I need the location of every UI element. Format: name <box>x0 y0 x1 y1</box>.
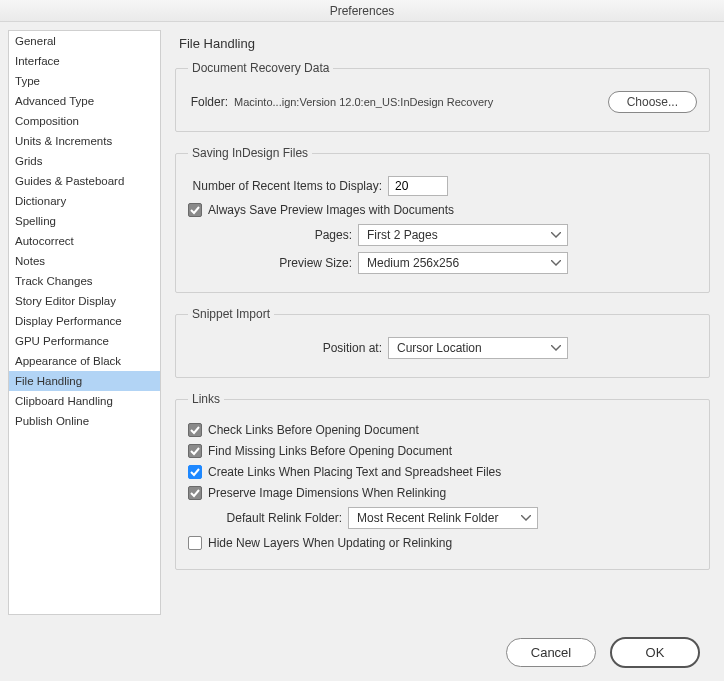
always-save-preview-checkbox[interactable] <box>188 203 202 217</box>
default-relink-label: Default Relink Folder: <box>208 511 348 525</box>
sidebar-item-display-performance[interactable]: Display Performance <box>9 311 160 331</box>
position-at-label: Position at: <box>188 341 388 355</box>
find-missing-links-label: Find Missing Links Before Opening Docume… <box>208 444 452 458</box>
sidebar-item-file-handling[interactable]: File Handling <box>9 371 160 391</box>
dialog-footer: Cancel OK <box>0 623 724 681</box>
chevron-down-icon <box>551 345 561 351</box>
hide-new-layers-checkbox[interactable] <box>188 536 202 550</box>
check-links-label: Check Links Before Opening Document <box>208 423 419 437</box>
group-snippet: Snippet Import Position at: Cursor Locat… <box>175 307 710 378</box>
sidebar-item-interface[interactable]: Interface <box>9 51 160 71</box>
sidebar-item-general[interactable]: General <box>9 31 160 51</box>
sidebar-item-dictionary[interactable]: Dictionary <box>9 191 160 211</box>
always-save-preview-label: Always Save Preview Images with Document… <box>208 203 454 217</box>
hide-new-layers-label: Hide New Layers When Updating or Relinki… <box>208 536 452 550</box>
sidebar-item-autocorrect[interactable]: Autocorrect <box>9 231 160 251</box>
create-links-label: Create Links When Placing Text and Sprea… <box>208 465 501 479</box>
preserve-dimensions-checkbox[interactable] <box>188 486 202 500</box>
chevron-down-icon <box>551 260 561 266</box>
sidebar-item-clipboard-handling[interactable]: Clipboard Handling <box>9 391 160 411</box>
recent-items-input[interactable] <box>388 176 448 196</box>
sidebar-item-publish-online[interactable]: Publish Online <box>9 411 160 431</box>
sidebar-item-appearance-of-black[interactable]: Appearance of Black <box>9 351 160 371</box>
group-links: Links Check Links Before Opening Documen… <box>175 392 710 570</box>
pages-select[interactable]: First 2 Pages <box>358 224 568 246</box>
sidebar-item-story-editor-display[interactable]: Story Editor Display <box>9 291 160 311</box>
chevron-down-icon <box>521 515 531 521</box>
position-at-value: Cursor Location <box>397 341 482 355</box>
position-at-select[interactable]: Cursor Location <box>388 337 568 359</box>
chevron-down-icon <box>551 232 561 238</box>
preferences-sidebar: GeneralInterfaceTypeAdvanced TypeComposi… <box>8 30 161 615</box>
group-legend-snippet: Snippet Import <box>188 307 274 321</box>
sidebar-item-guides-pasteboard[interactable]: Guides & Pasteboard <box>9 171 160 191</box>
cancel-button[interactable]: Cancel <box>506 638 596 667</box>
sidebar-item-advanced-type[interactable]: Advanced Type <box>9 91 160 111</box>
pages-label: Pages: <box>188 228 358 242</box>
sidebar-item-units-increments[interactable]: Units & Increments <box>9 131 160 151</box>
folder-label: Folder: <box>188 95 234 109</box>
group-legend-recovery: Document Recovery Data <box>188 61 333 75</box>
preserve-dimensions-label: Preserve Image Dimensions When Relinking <box>208 486 446 500</box>
find-missing-links-checkbox[interactable] <box>188 444 202 458</box>
recent-items-label: Number of Recent Items to Display: <box>188 179 388 193</box>
window-title: Preferences <box>0 0 724 22</box>
sidebar-item-notes[interactable]: Notes <box>9 251 160 271</box>
sidebar-item-grids[interactable]: Grids <box>9 151 160 171</box>
sidebar-item-spelling[interactable]: Spelling <box>9 211 160 231</box>
recovery-folder-path: Macinto...ign:Version 12.0:en_US:InDesig… <box>234 96 608 108</box>
group-saving: Saving InDesign Files Number of Recent I… <box>175 146 710 293</box>
group-legend-saving: Saving InDesign Files <box>188 146 312 160</box>
preview-size-select[interactable]: Medium 256x256 <box>358 252 568 274</box>
ok-button[interactable]: OK <box>610 637 700 668</box>
group-legend-links: Links <box>188 392 224 406</box>
sidebar-item-gpu-performance[interactable]: GPU Performance <box>9 331 160 351</box>
pages-select-value: First 2 Pages <box>367 228 438 242</box>
main-panel: File Handling Document Recovery Data Fol… <box>161 22 724 623</box>
group-document-recovery: Document Recovery Data Folder: Macinto..… <box>175 61 710 132</box>
page-title: File Handling <box>179 36 710 51</box>
preview-size-label: Preview Size: <box>188 256 358 270</box>
sidebar-item-composition[interactable]: Composition <box>9 111 160 131</box>
preview-size-value: Medium 256x256 <box>367 256 459 270</box>
default-relink-select[interactable]: Most Recent Relink Folder <box>348 507 538 529</box>
choose-button[interactable]: Choose... <box>608 91 697 113</box>
create-links-checkbox[interactable] <box>188 465 202 479</box>
default-relink-value: Most Recent Relink Folder <box>357 511 498 525</box>
sidebar-item-track-changes[interactable]: Track Changes <box>9 271 160 291</box>
sidebar-item-type[interactable]: Type <box>9 71 160 91</box>
check-links-checkbox[interactable] <box>188 423 202 437</box>
